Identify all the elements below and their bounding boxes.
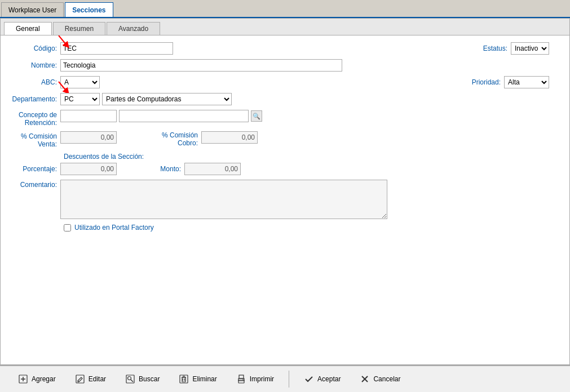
descuentos-title: Descuentos de la Sección: (10, 153, 560, 161)
eliminar-button[interactable]: Eliminar (172, 372, 223, 386)
concepto-row: Concepto deRetención: 🔍 (10, 110, 560, 127)
svg-line-11 (131, 380, 133, 382)
monto-label: Monto: (151, 165, 184, 173)
tab-secciones[interactable]: Secciones (65, 2, 113, 17)
bottom-toolbar: Agregar Editar Buscar Eliminar Imprimir … (0, 365, 570, 392)
aceptar-icon (304, 374, 314, 384)
abc-row: ABC: A B C Prioridad: Alta Media Baja (10, 76, 560, 88)
departamento-label: Departamento: (10, 95, 60, 103)
cancelar-icon (360, 374, 370, 384)
concepto-fields: 🔍 (60, 110, 262, 122)
sub-tabs: General Resumen Avanzado (1, 19, 569, 35)
comision-row: % ComisiónVenta: % ComisiónCobro: (10, 131, 560, 148)
tab-avanzado[interactable]: Avanzado (107, 22, 160, 35)
checkbox-label: Utilizado en Portal Factory (74, 224, 154, 231)
comision-venta-input[interactable] (60, 131, 117, 144)
prioridad-select[interactable]: Alta Media Baja (504, 76, 549, 88)
editar-button[interactable]: Editar (68, 372, 113, 386)
comision-cobro-input[interactable] (201, 131, 258, 144)
agregar-button[interactable]: Agregar (11, 372, 63, 386)
tab-workplace-user[interactable]: Workplace User (1, 2, 64, 17)
nombre-label: Nombre: (10, 61, 60, 69)
porcentaje-row: Porcentaje: Monto: (10, 163, 560, 175)
nombre-row: Nombre: (10, 59, 560, 72)
aceptar-button[interactable]: Aceptar (297, 372, 347, 386)
svg-rect-14 (182, 377, 185, 382)
abc-label: ABC: (10, 78, 60, 86)
estatus-group: Estatus: Inactivo Activo (483, 42, 560, 55)
concepto-search-button[interactable]: 🔍 (251, 110, 262, 122)
imprimir-icon (236, 374, 246, 384)
departamento-name-select[interactable]: Partes de Computadoras (102, 93, 232, 105)
title-bar: Workplace User Secciones (0, 0, 570, 18)
comision-cobro-label: % ComisiónCobro: (151, 131, 201, 147)
imprimir-button[interactable]: Imprimir (229, 372, 281, 386)
prioridad-label: Prioridad: (472, 78, 501, 86)
monto-input[interactable] (184, 163, 241, 175)
eliminar-icon (179, 374, 189, 384)
main-content: General Resumen Avanzado Código: (0, 18, 570, 365)
abc-select[interactable]: A B C (60, 76, 100, 88)
buscar-button[interactable]: Buscar (118, 372, 166, 386)
comision-venta-label: % ComisiónVenta: (10, 131, 60, 148)
prioridad-group: Prioridad: Alta Media Baja (472, 76, 560, 88)
departamento-code-select[interactable]: PC (60, 93, 100, 105)
tab-general[interactable]: General (4, 22, 52, 35)
porcentaje-input[interactable] (60, 163, 117, 175)
checkbox-row: Utilizado en Portal Factory (10, 224, 560, 231)
codigo-input[interactable] (60, 42, 173, 55)
comentario-label: Comentario: (10, 180, 60, 189)
buscar-icon (125, 374, 135, 384)
cancelar-button[interactable]: Cancelar (353, 372, 407, 386)
search-icon: 🔍 (253, 113, 260, 120)
concepto-code-input[interactable] (60, 110, 117, 122)
nombre-input[interactable] (60, 59, 342, 72)
estatus-label: Estatus: (483, 44, 507, 52)
editar-icon (75, 374, 85, 384)
portal-factory-checkbox[interactable] (64, 224, 71, 231)
comentario-row: Comentario: (10, 180, 560, 219)
svg-point-10 (128, 377, 131, 380)
estatus-select[interactable]: Inactivo Activo (511, 42, 549, 55)
svg-rect-19 (239, 375, 244, 378)
tab-resumen[interactable]: Resumen (53, 22, 105, 35)
toolbar-separator (289, 371, 289, 387)
concepto-name-input[interactable] (119, 110, 249, 122)
departamento-row: Departamento: PC Partes de Computadoras (10, 93, 560, 105)
codigo-row: Código: Estatus: Inactivo Activo (10, 42, 560, 55)
concepto-label: Concepto deRetención: (10, 110, 60, 127)
agregar-icon (18, 374, 28, 384)
porcentaje-label: Porcentaje: (10, 165, 60, 173)
svg-point-20 (242, 379, 244, 380)
comentario-textarea[interactable] (60, 180, 387, 219)
codigo-label: Código: (10, 44, 60, 52)
form-area: Código: Estatus: Inactivo Activo Nombre: (1, 35, 569, 364)
